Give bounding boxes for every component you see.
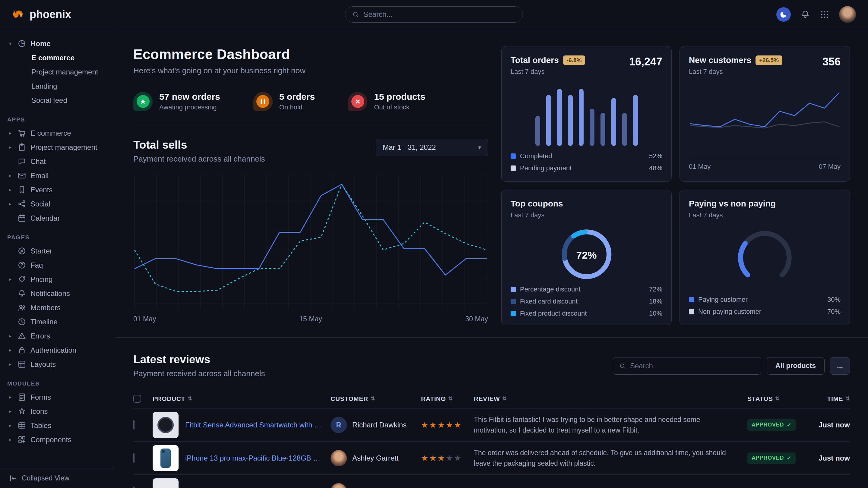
sidebar-item-email[interactable]: ▸ Email bbox=[0, 168, 115, 183]
rating-stars: ★★★★★ bbox=[421, 420, 474, 430]
chevron-right-icon: ▸ bbox=[7, 201, 13, 207]
reviews-table: PRODUCT⇅ CUSTOMER⇅ RATING⇅ REVIEW⇅ STATU… bbox=[133, 389, 850, 488]
sidebar-item-chat[interactable]: Chat bbox=[0, 154, 115, 168]
customer-name: Richard Dawkins bbox=[352, 421, 407, 429]
column-rating[interactable]: RATING⇅ bbox=[421, 395, 474, 402]
sidebar-item-authentication[interactable]: ▸ Authentication bbox=[0, 343, 115, 357]
global-search-bar[interactable] bbox=[345, 6, 523, 23]
legend-pending-payment: Pending payment 48% bbox=[510, 162, 662, 174]
legend-fixed-card-discount: Fixed card discount 18% bbox=[510, 295, 662, 307]
select-all-checkbox[interactable] bbox=[133, 395, 141, 403]
theme-toggle-button[interactable] bbox=[776, 7, 791, 22]
layout-grid-icon bbox=[18, 360, 26, 369]
top-coupons-card: Top coupons Last 7 days 72% Percentage d… bbox=[501, 190, 672, 325]
more-options-button[interactable]: ... bbox=[830, 357, 850, 375]
global-search-input[interactable] bbox=[364, 10, 516, 19]
sidebar-item-faq[interactable]: Faq bbox=[0, 258, 115, 272]
total-orders-card: Total orders -6.8% Last 7 days 16,247 Co… bbox=[501, 46, 672, 182]
rating-stars: ★★★★★ bbox=[421, 453, 474, 463]
sidebar-item-landing[interactable]: Landing bbox=[0, 79, 115, 93]
sidebar-item-members[interactable]: Members bbox=[0, 300, 115, 315]
page-title: Ecommerce Dashboard bbox=[133, 46, 488, 62]
kpi-cards-grid: Total orders -6.8% Last 7 days 16,247 Co… bbox=[501, 46, 850, 325]
stat-orders-on-hold: 5 orders On hold bbox=[253, 92, 315, 111]
sidebar-section-apps: APPS bbox=[7, 116, 108, 123]
row-checkbox[interactable] bbox=[133, 487, 134, 488]
chevron-right-icon: ▸ bbox=[7, 437, 13, 443]
collapsed-view-toggle[interactable]: Collapsed View bbox=[0, 468, 115, 488]
stat-new-orders: ★ 57 new orders Awating processing bbox=[133, 92, 220, 111]
user-avatar[interactable] bbox=[839, 6, 856, 23]
product-thumbnail-iphone bbox=[153, 445, 179, 471]
column-time[interactable]: TIME⇅ bbox=[809, 395, 850, 402]
sidebar-item-icons[interactable]: ▸ Icons bbox=[0, 404, 115, 418]
sidebar-item-home[interactable]: ▾ Home bbox=[0, 36, 115, 51]
column-customer[interactable]: CUSTOMER⇅ bbox=[331, 395, 421, 402]
sidebar-item-project-management-app[interactable]: ▸ Project management bbox=[0, 140, 115, 154]
sidebar-item-layouts[interactable]: ▸ Layouts bbox=[0, 357, 115, 371]
bookmark-icon bbox=[18, 185, 26, 194]
sidebar-item-social-feed[interactable]: Social feed bbox=[0, 93, 115, 107]
sidebar-item-pricing[interactable]: ▸ Pricing bbox=[0, 272, 115, 286]
chevron-right-icon: ▸ bbox=[7, 409, 13, 414]
sidebar-item-components[interactable]: ▸ Components bbox=[0, 432, 115, 447]
sidebar-item-timeline[interactable]: Timeline bbox=[0, 315, 115, 329]
brand-logo[interactable]: phoenix bbox=[12, 8, 71, 21]
sidebar-item-project-management-dashboard[interactable]: Project management bbox=[0, 65, 115, 79]
sidebar-item-ecommerce-app[interactable]: ▸ E commerce bbox=[0, 126, 115, 140]
new-customers-badge: +26.5% bbox=[755, 56, 782, 65]
customer-avatar bbox=[331, 450, 347, 466]
chevron-right-icon: ▸ bbox=[7, 276, 13, 282]
row-checkbox[interactable] bbox=[133, 420, 134, 429]
bell-icon bbox=[801, 10, 810, 19]
product-link[interactable]: Fitbit Sense Advanced Smartwatch with To… bbox=[185, 421, 321, 429]
sidebar-item-starter[interactable]: Starter bbox=[0, 244, 115, 258]
sidebar-item-social[interactable]: ▸ Social bbox=[0, 197, 115, 211]
chat-icon bbox=[18, 157, 26, 166]
sort-icon: ⇅ bbox=[775, 395, 780, 402]
date-range-select[interactable]: Mar 1 - 31, 2022 ▾ bbox=[376, 139, 488, 156]
reviews-search-bar[interactable] bbox=[613, 357, 761, 375]
question-icon bbox=[18, 261, 26, 269]
reviews-search-input[interactable] bbox=[630, 362, 755, 370]
order-stats-row: ★ 57 new orders Awating processing 5 ord… bbox=[133, 92, 488, 125]
all-products-button[interactable]: All products bbox=[767, 357, 825, 375]
sort-icon: ⇅ bbox=[188, 395, 192, 402]
sidebar-item-errors[interactable]: ▸ Errors bbox=[0, 329, 115, 343]
phoenix-logo-icon bbox=[12, 8, 25, 21]
search-icon bbox=[352, 10, 359, 19]
sidebar-item-events[interactable]: ▸ Events bbox=[0, 183, 115, 197]
customer-avatar bbox=[331, 483, 347, 488]
sort-icon: ⇅ bbox=[845, 395, 850, 402]
product-link[interactable]: iPhone 13 pro max-Pacific Blue-128GB sto… bbox=[185, 454, 321, 462]
sidebar-section-modules: MODULES bbox=[7, 380, 108, 387]
notifications-button[interactable] bbox=[801, 10, 810, 19]
sidebar-item-calendar[interactable]: Calendar bbox=[0, 211, 115, 225]
apps-grid-button[interactable] bbox=[820, 10, 829, 19]
column-status[interactable]: STATUS⇅ bbox=[747, 395, 809, 402]
column-review[interactable]: REVIEW⇅ bbox=[474, 395, 747, 402]
total-sells-chart bbox=[133, 174, 488, 311]
review-text: The order was delivered ahead of schedul… bbox=[474, 448, 747, 468]
sidebar-section-pages: PAGES bbox=[7, 234, 108, 241]
review-row-3-partial bbox=[133, 475, 850, 488]
chevron-right-icon: ▸ bbox=[7, 361, 13, 367]
column-product[interactable]: PRODUCT⇅ bbox=[153, 395, 331, 402]
sidebar-item-ecommerce-dashboard[interactable]: E commerce bbox=[0, 51, 115, 65]
sidebar-item-tables[interactable]: ▸ Tables bbox=[0, 418, 115, 432]
sidebar-item-notifications[interactable]: Notifications bbox=[0, 286, 115, 300]
chevron-down-icon: ▾ bbox=[478, 144, 481, 151]
legend-percentage-discount: Percentage discount 72% bbox=[510, 283, 662, 295]
latest-reviews-title: Latest reviews bbox=[133, 353, 265, 366]
legend-nonpaying-customer: Non-paying customer 70% bbox=[689, 306, 841, 318]
compass-icon bbox=[18, 247, 26, 255]
sidebar-item-forms[interactable]: ▸ Forms bbox=[0, 390, 115, 404]
mail-icon bbox=[18, 171, 26, 180]
out-of-stock-blob: × bbox=[348, 92, 367, 111]
stat-out-of-stock: × 15 products Out of stock bbox=[348, 92, 425, 111]
moon-icon bbox=[779, 10, 788, 19]
sort-icon: ⇅ bbox=[448, 395, 453, 402]
calendar-icon bbox=[18, 214, 26, 223]
row-checkbox[interactable] bbox=[133, 453, 134, 463]
collapse-left-icon bbox=[9, 475, 17, 482]
